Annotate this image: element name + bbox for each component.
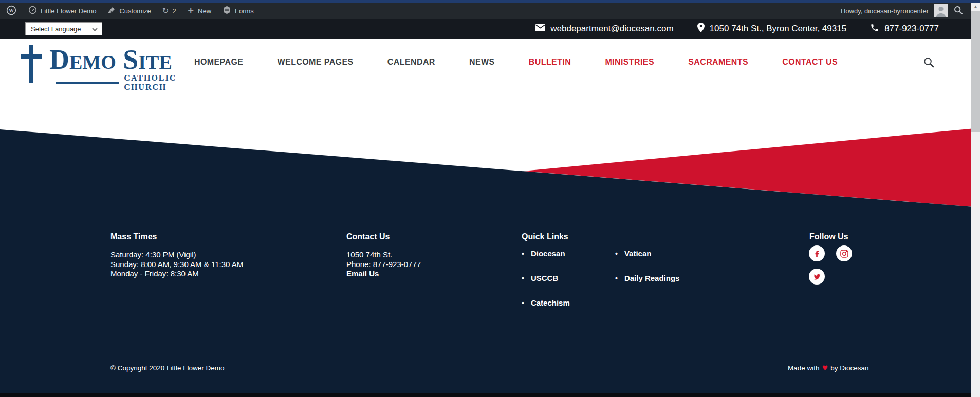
nav-item-bulletin[interactable]: BULLETIN: [529, 58, 571, 67]
howdy-label[interactable]: Howdy, diocesan-byroncenter: [841, 7, 929, 15]
forms-icon: [223, 6, 231, 16]
made-with-link[interactable]: by Diocesan: [830, 364, 868, 372]
follow-us-heading: Follow Us: [809, 232, 848, 241]
facebook-icon[interactable]: [809, 245, 825, 261]
updates-count: 2: [172, 7, 176, 15]
main-nav: HOMEPAGE WELCOME PAGES CALENDAR NEWS BUL…: [194, 39, 838, 86]
nav-item-ministries[interactable]: MINISTRIES: [605, 58, 654, 67]
mass-times-line: Monday - Friday: 8:30 AM: [110, 269, 243, 279]
scrollbar-thumb[interactable]: [971, 11, 980, 132]
phone-icon: [870, 23, 879, 35]
update-icon: ↻: [162, 7, 169, 15]
contact-phone: Phone: 877-923-0777: [346, 260, 421, 270]
heart-icon: ♥: [822, 364, 828, 372]
mass-times-line: Saturday: 4:30 PM (Vigil): [110, 250, 243, 260]
envelope-icon: [535, 24, 545, 34]
quick-link-daily-readings[interactable]: Daily Readings: [615, 274, 679, 282]
nav-item-contact-us[interactable]: CONTACT US: [782, 58, 838, 67]
dashboard-icon: [28, 6, 37, 16]
contact-us-heading: Contact Us: [346, 232, 421, 241]
customize-menu[interactable]: Customize: [102, 3, 156, 19]
wp-admin-bar-right: Howdy, diocesan-byroncenter: [841, 4, 971, 17]
page: W Little Flower Demo Customize ↻ 2 +: [0, 0, 980, 397]
plus-icon: +: [188, 7, 194, 15]
nav-item-homepage[interactable]: HOMEPAGE: [194, 58, 243, 67]
made-with-line: Made with ♥ by Diocesan: [788, 364, 868, 372]
footer-mass-times: Mass Times Saturday: 4:30 PM (Vigil) Sun…: [110, 232, 243, 279]
cross-icon: [29, 45, 33, 83]
updates-menu[interactable]: ↻ 2: [157, 3, 182, 19]
contact-address: 1050 74th St.: [346, 250, 421, 260]
wordpress-logo-icon: W: [6, 5, 16, 17]
footer-quick-links: Quick Links Diocesan USCCB Catechism Vat…: [522, 232, 568, 241]
logo-divider-line: [56, 82, 119, 84]
top-info-bar: Select Language webdepartment@diocesan.c…: [0, 19, 971, 39]
address-text: 1050 74th St., Byron Center, 49315: [710, 24, 847, 34]
quick-link-catechism[interactable]: Catechism: [522, 298, 570, 307]
quick-link-usccb[interactable]: USCCB: [522, 274, 570, 282]
copyright-text: © Copyright 2020 Little Flower Demo: [110, 364, 225, 372]
forms-menu[interactable]: Forms: [217, 3, 260, 19]
phone-text: 877-923-0777: [884, 24, 939, 34]
logo-title: Demo Site: [49, 46, 172, 73]
admin-search-icon[interactable]: [953, 5, 963, 16]
browser-scrollbar[interactable]: ▲: [971, 3, 980, 397]
chevron-down-icon: [92, 25, 98, 33]
nav-item-sacraments[interactable]: SACRAMENTS: [688, 58, 748, 67]
mass-times-line: Sunday: 8:00 AM, 9:30 AM & 11:30 AM: [110, 260, 243, 270]
made-with-pre: Made with: [788, 364, 820, 372]
svg-text:W: W: [9, 7, 14, 13]
site-name-label: Little Flower Demo: [41, 7, 96, 15]
scrollbar-up-arrow[interactable]: ▲: [971, 3, 980, 11]
footer-follow-us: Follow Us: [809, 232, 848, 241]
nav-item-news[interactable]: NEWS: [469, 58, 495, 67]
map-pin-icon: [697, 23, 705, 35]
address-link[interactable]: 1050 74th St., Byron Center, 49315: [697, 23, 847, 35]
cross-icon-bar: [21, 54, 42, 59]
quick-links-column-1: Diocesan USCCB Catechism: [522, 249, 570, 323]
twitter-icon[interactable]: [809, 269, 825, 285]
nav-item-welcome-pages[interactable]: WELCOME PAGES: [278, 58, 354, 67]
email-text: webdepartment@diocesan.com: [550, 24, 673, 34]
quick-link-diocesan[interactable]: Diocesan: [522, 249, 570, 258]
language-select[interactable]: Select Language: [25, 22, 102, 35]
new-label: New: [198, 7, 211, 15]
bottom-black-strip: [0, 393, 971, 397]
quick-links-heading: Quick Links: [522, 232, 568, 241]
mass-times-heading: Mass Times: [110, 232, 243, 241]
quick-links-column-2: Vatican Daily Readings: [615, 249, 679, 298]
site-header: Demo Site Catholic Church HOMEPAGE WELCO…: [0, 39, 971, 86]
footer-contact-us: Contact Us 1050 74th St. Phone: 877-923-…: [346, 232, 421, 279]
info-bar-contacts: webdepartment@diocesan.com 1050 74th St.…: [535, 23, 939, 35]
paintbrush-icon: [107, 6, 116, 16]
site-name-menu[interactable]: Little Flower Demo: [23, 3, 102, 19]
forms-label: Forms: [235, 7, 254, 15]
header-search-icon[interactable]: [923, 56, 934, 70]
instagram-icon[interactable]: [836, 245, 852, 261]
wp-admin-bar-left: W Little Flower Demo Customize ↻ 2 +: [0, 3, 260, 19]
language-select-value: Select Language: [31, 25, 81, 33]
new-content-menu[interactable]: + New: [182, 3, 217, 19]
user-avatar[interactable]: [934, 4, 948, 17]
email-us-link[interactable]: Email Us: [346, 269, 421, 279]
wp-logo-menu[interactable]: W: [0, 3, 23, 19]
quick-link-vatican[interactable]: Vatican: [615, 249, 679, 258]
site-logo[interactable]: Demo Site Catholic Church: [21, 44, 216, 86]
email-link[interactable]: webdepartment@diocesan.com: [535, 24, 673, 34]
customize-label: Customize: [119, 7, 151, 15]
wp-admin-bar: W Little Flower Demo Customize ↻ 2 +: [0, 3, 971, 19]
nav-item-calendar[interactable]: CALENDAR: [387, 58, 435, 67]
phone-link[interactable]: 877-923-0777: [870, 23, 939, 35]
